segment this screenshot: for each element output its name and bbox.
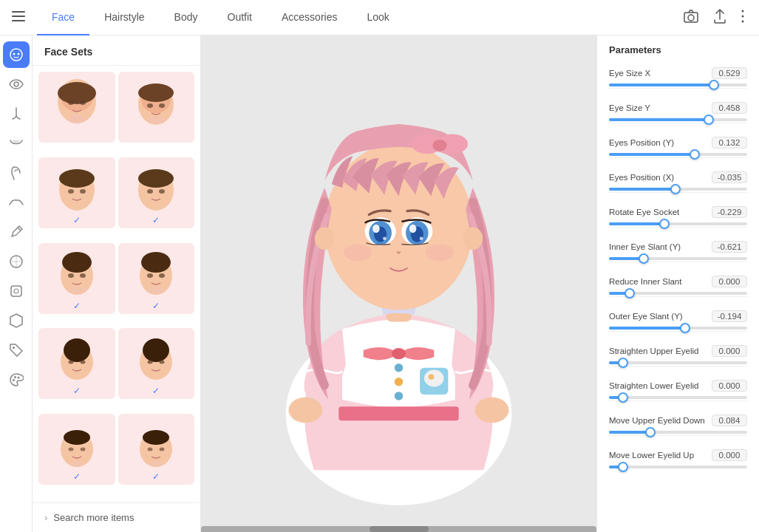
menu-icon[interactable] xyxy=(12,10,25,25)
svg-point-22 xyxy=(68,100,74,105)
check-mark-9: ✓ xyxy=(73,471,81,482)
param-value-5: -0.621 xyxy=(712,241,747,253)
check-mark-10: ✓ xyxy=(152,471,160,482)
svg-point-54 xyxy=(143,338,169,362)
svg-rect-36 xyxy=(138,169,174,188)
param-value-0: 0.529 xyxy=(712,67,747,79)
param-slider-8[interactable] xyxy=(609,361,747,364)
svg-rect-27 xyxy=(138,83,174,102)
param-value-2: 0.132 xyxy=(712,137,747,149)
tab-look[interactable]: Look xyxy=(352,0,404,35)
svg-point-42 xyxy=(80,273,86,278)
parameters-panel: Parameters Eye Size X 0.529 Eye Size Y 0… xyxy=(596,35,759,532)
param-slider-2[interactable] xyxy=(609,153,747,156)
svg-point-14 xyxy=(14,289,18,293)
tab-body[interactable]: Body xyxy=(160,0,213,35)
param-slider-4[interactable] xyxy=(609,222,747,225)
param-slider-11[interactable] xyxy=(609,466,747,468)
param-item-1: Eye Size Y 0.458 xyxy=(597,98,759,132)
svg-point-71 xyxy=(395,378,403,386)
param-slider-6[interactable] xyxy=(609,292,747,295)
param-item-8: Straighten Upper Eyelid 0.000 xyxy=(597,341,759,375)
check-mark-7: ✓ xyxy=(73,386,81,396)
param-value-10: 0.084 xyxy=(712,415,747,426)
check-mark-3: ✓ xyxy=(73,215,81,225)
face-panel-title: Face Sets xyxy=(33,35,200,66)
ear-icon-btn[interactable] xyxy=(3,160,30,186)
share-button[interactable] xyxy=(710,6,729,30)
eye-icon-btn[interactable] xyxy=(3,71,30,98)
param-item-5: Inner Eye Slant (Y) -0.621 xyxy=(597,236,759,271)
svg-point-18 xyxy=(17,377,19,379)
face-item-1[interactable] xyxy=(38,72,115,143)
svg-point-75 xyxy=(429,374,435,380)
face-item-4[interactable]: ✓ xyxy=(118,157,195,228)
check-mark-4: ✓ xyxy=(152,215,160,225)
svg-rect-13 xyxy=(11,286,21,296)
param-label-5: Inner Eye Slant (Y) xyxy=(609,242,681,251)
tab-outfit[interactable]: Outfit xyxy=(213,0,267,35)
face-item-2[interactable] xyxy=(118,72,195,143)
param-item-2: Eyes Position (Y) 0.132 xyxy=(597,132,759,167)
svg-point-61 xyxy=(69,461,84,467)
eyebrow-icon-btn[interactable] xyxy=(3,189,30,216)
tab-hairstyle[interactable]: Hairstyle xyxy=(89,0,159,35)
face-item-3[interactable]: ✓ xyxy=(38,157,115,228)
face-item-7[interactable]: ✓ xyxy=(38,328,115,399)
svg-point-4 xyxy=(688,15,694,21)
search-more-button[interactable]: › Search more items xyxy=(33,502,200,532)
bottom-drag-handle[interactable] xyxy=(370,526,429,532)
param-value-11: 0.000 xyxy=(712,449,747,461)
face-item-10[interactable]: ✓ xyxy=(118,414,195,485)
svg-point-29 xyxy=(159,103,165,108)
svg-point-52 xyxy=(80,361,85,364)
character-canvas xyxy=(201,35,596,532)
svg-point-8 xyxy=(10,49,22,61)
svg-point-5 xyxy=(742,10,744,12)
param-value-8: 0.000 xyxy=(712,345,747,357)
svg-point-16 xyxy=(13,379,15,381)
svg-point-76 xyxy=(288,398,322,423)
face-item-6[interactable]: ✓ xyxy=(118,243,195,314)
svg-rect-78 xyxy=(338,406,458,420)
shape-icon-btn[interactable] xyxy=(3,307,30,334)
param-slider-3[interactable] xyxy=(609,188,747,191)
param-slider-0[interactable] xyxy=(609,83,747,86)
tab-accessories[interactable]: Accessories xyxy=(267,0,352,35)
svg-point-30 xyxy=(148,117,164,124)
svg-point-45 xyxy=(141,252,171,273)
param-slider-5[interactable] xyxy=(609,257,747,260)
face-item-5[interactable]: ✓ xyxy=(38,243,115,314)
tag-icon-btn[interactable] xyxy=(3,337,30,364)
param-label-1: Eye Size Y xyxy=(609,103,650,112)
param-slider-7[interactable] xyxy=(609,327,747,330)
more-button[interactable] xyxy=(738,7,747,29)
pen-icon-btn[interactable] xyxy=(3,219,30,245)
camera-button[interactable] xyxy=(681,7,701,29)
nose-icon-btn[interactable] xyxy=(3,100,30,127)
param-label-2: Eyes Position (Y) xyxy=(609,138,674,147)
canvas-area xyxy=(201,35,596,532)
ear2-icon-btn[interactable] xyxy=(3,278,30,304)
face-icon-btn[interactable] xyxy=(3,41,30,68)
param-slider-9[interactable] xyxy=(609,396,747,399)
param-item-3: Eyes Position (X) -0.035 xyxy=(597,167,759,202)
svg-point-83 xyxy=(432,140,446,151)
palette-icon-btn[interactable] xyxy=(3,366,30,393)
mouth-icon-btn[interactable] xyxy=(3,130,30,157)
param-label-10: Move Upper Eyelid Down xyxy=(609,416,705,425)
param-slider-10[interactable] xyxy=(609,431,747,434)
svg-point-74 xyxy=(424,370,444,387)
check-mark-8: ✓ xyxy=(152,386,160,396)
tab-face[interactable]: Face xyxy=(37,0,89,35)
svg-point-38 xyxy=(159,189,165,194)
svg-point-6 xyxy=(742,15,744,17)
svg-rect-2 xyxy=(12,20,25,21)
svg-point-92 xyxy=(383,236,387,240)
face-item-8[interactable]: ✓ xyxy=(118,328,195,399)
svg-point-70 xyxy=(395,364,403,372)
face-item-9[interactable]: ✓ xyxy=(38,414,115,485)
face2-icon-btn[interactable] xyxy=(3,248,30,275)
svg-point-93 xyxy=(420,236,423,240)
param-slider-1[interactable] xyxy=(609,118,747,121)
